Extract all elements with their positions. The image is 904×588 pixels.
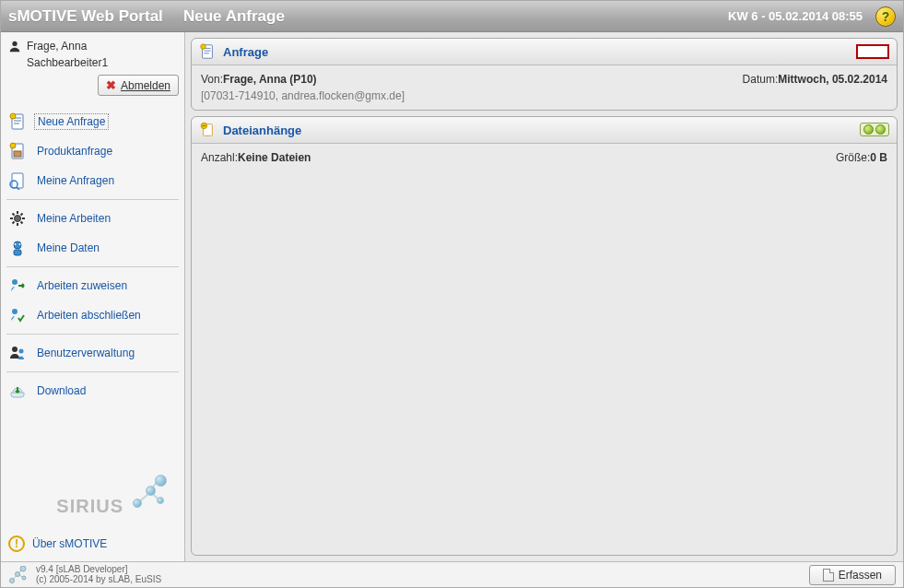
portal-title: sMOTIVE Web Portal bbox=[8, 7, 183, 26]
sidebar-item-label: Meine Anfragen bbox=[34, 173, 117, 188]
size-value: 0 B bbox=[870, 151, 887, 164]
sirius-word: SIRIUS bbox=[56, 496, 123, 517]
sidebar-item-label: Neue Anfrage bbox=[34, 113, 109, 130]
logout-button[interactable]: ✖ Abmelden bbox=[98, 75, 179, 96]
product-request-icon bbox=[8, 142, 27, 160]
svg-point-15 bbox=[12, 347, 18, 352]
sidebar-item-meine-arbeiten[interactable]: Meine Arbeiten bbox=[6, 204, 179, 233]
attachment-icon bbox=[199, 122, 216, 138]
page-title: Neue Anfrage bbox=[183, 7, 285, 26]
svg-rect-5 bbox=[14, 151, 21, 157]
nav-separator bbox=[6, 334, 179, 335]
anfrage-panel-head: Anfrage bbox=[192, 39, 897, 65]
sirius-small-icon bbox=[8, 566, 29, 584]
sidebar: Frage, Anna Sachbearbeiter1 ✖ Abmelden N… bbox=[1, 32, 185, 561]
download-icon bbox=[8, 382, 27, 400]
sirius-logo: SIRIUS bbox=[6, 465, 179, 530]
sidebar-item-arbeiten-abschliessen[interactable]: Arbeiten abschließen bbox=[6, 300, 179, 330]
person-icon bbox=[8, 40, 21, 53]
sidebar-item-label: Meine Arbeiten bbox=[34, 211, 113, 226]
topbar: sMOTIVE Web Portal Neue Anfrage KW 6 - 0… bbox=[1, 1, 903, 32]
svg-point-8 bbox=[15, 216, 21, 222]
main-content: Anfrage Von: Frage, Anna (P10) Datum: Mi… bbox=[185, 32, 903, 561]
svg-point-9 bbox=[14, 241, 21, 249]
user-admin-icon bbox=[8, 344, 27, 362]
close-work-icon bbox=[8, 306, 27, 324]
footer-text: v9.4 [sLAB Developer] (c) 2005-2014 by s… bbox=[36, 565, 161, 584]
anfrage-panel-title: Anfrage bbox=[223, 45, 268, 59]
sidebar-item-label: Produktanfrage bbox=[34, 144, 115, 159]
svg-point-25 bbox=[16, 571, 20, 576]
close-icon: ✖ bbox=[106, 78, 116, 92]
date-value: Mittwoch, 05.02.2014 bbox=[778, 73, 887, 86]
document-icon bbox=[823, 569, 834, 582]
svg-point-11 bbox=[19, 243, 21, 245]
svg-point-24 bbox=[10, 578, 15, 582]
svg-rect-12 bbox=[14, 250, 21, 255]
svg-point-14 bbox=[12, 309, 18, 314]
dateianhaenge-panel-head: Dateianhänge bbox=[192, 117, 897, 144]
size-label: Größe: bbox=[836, 151, 870, 164]
footer-version: v9.4 [sLAB Developer] bbox=[36, 565, 161, 575]
svg-point-4 bbox=[10, 143, 16, 148]
status-traffic-icon[interactable] bbox=[860, 123, 889, 136]
sidebar-item-label: Meine Daten bbox=[34, 241, 102, 255]
erfassen-label: Erfassen bbox=[839, 569, 882, 582]
app-window: sMOTIVE Web Portal Neue Anfrage KW 6 - 0… bbox=[0, 0, 904, 588]
footer-logo bbox=[8, 566, 29, 584]
priority-badge[interactable] bbox=[856, 44, 889, 59]
count-value: Keine Dateien bbox=[238, 151, 311, 164]
my-requests-icon bbox=[8, 171, 27, 190]
svg-point-27 bbox=[22, 576, 26, 580]
count-label: Anzahl: bbox=[201, 151, 238, 164]
sidebar-item-label: Download bbox=[34, 383, 88, 398]
nav-separator bbox=[6, 371, 179, 372]
anfrage-panel: Anfrage Von: Frage, Anna (P10) Datum: Mi… bbox=[191, 38, 898, 111]
footer-copyright: (c) 2005-2014 by sLAB, EuSIS bbox=[36, 575, 161, 585]
user-name: Frage, Anna bbox=[27, 40, 87, 53]
date-label: Datum: bbox=[743, 73, 779, 86]
sidebar-item-label: Arbeiten abschließen bbox=[34, 308, 144, 323]
sidebar-item-download[interactable]: Download bbox=[6, 376, 179, 406]
svg-point-0 bbox=[12, 41, 17, 46]
help-icon[interactable]: ? bbox=[875, 6, 896, 27]
sidebar-item-produktanfrage[interactable]: Produktanfrage bbox=[6, 136, 179, 166]
my-work-icon bbox=[8, 209, 27, 228]
logout-label: Abmelden bbox=[121, 79, 170, 92]
user-name-row: Frage, Anna bbox=[6, 38, 179, 54]
contact-info: [07031-714910, andrea.flocken@gmx.de] bbox=[201, 89, 405, 102]
date-week-label: KW 6 - 05.02.2014 08:55 bbox=[728, 9, 863, 23]
svg-point-18 bbox=[201, 44, 205, 49]
my-data-icon bbox=[8, 239, 27, 257]
sidebar-item-meine-anfragen[interactable]: Meine Anfragen bbox=[6, 166, 179, 195]
sidebar-item-label: Arbeiten zuweisen bbox=[34, 278, 130, 293]
erfassen-button[interactable]: Erfassen bbox=[809, 565, 896, 585]
user-role: Sachbearbeiter1 bbox=[6, 54, 179, 75]
nav: Neue Anfrage Produktanfrage Meine Anfrag… bbox=[6, 107, 179, 406]
sidebar-item-arbeiten-zuweisen[interactable]: Arbeiten zuweisen bbox=[6, 271, 179, 300]
from-label: Von: bbox=[201, 73, 223, 86]
sidebar-item-meine-daten[interactable]: Meine Daten bbox=[6, 233, 179, 263]
svg-point-16 bbox=[19, 349, 24, 354]
about-link[interactable]: ! Über sMOTIVE bbox=[6, 530, 179, 561]
nav-separator bbox=[6, 266, 179, 267]
nav-separator bbox=[6, 199, 179, 200]
svg-point-13 bbox=[12, 279, 18, 285]
from-value: Frage, Anna (P10) bbox=[223, 73, 317, 86]
info-icon: ! bbox=[8, 535, 25, 552]
sirius-dots-icon bbox=[129, 475, 171, 517]
request-icon bbox=[199, 43, 216, 60]
dateianhaenge-panel: Dateianhänge Anzahl: Keine Dateien Größe… bbox=[191, 116, 898, 556]
sidebar-item-label: Benutzerverwaltung bbox=[34, 346, 137, 360]
sidebar-item-neue-anfrage[interactable]: Neue Anfrage bbox=[6, 107, 179, 136]
svg-point-26 bbox=[20, 566, 26, 571]
new-request-icon bbox=[8, 112, 27, 131]
assign-work-icon bbox=[8, 276, 27, 295]
svg-point-10 bbox=[15, 243, 17, 245]
about-label: Über sMOTIVE bbox=[32, 537, 107, 550]
footer: v9.4 [sLAB Developer] (c) 2005-2014 by s… bbox=[1, 561, 903, 587]
svg-point-2 bbox=[10, 113, 16, 119]
dateianhaenge-panel-title: Dateianhänge bbox=[223, 123, 301, 137]
sidebar-item-benutzerverwaltung[interactable]: Benutzerverwaltung bbox=[6, 338, 179, 368]
